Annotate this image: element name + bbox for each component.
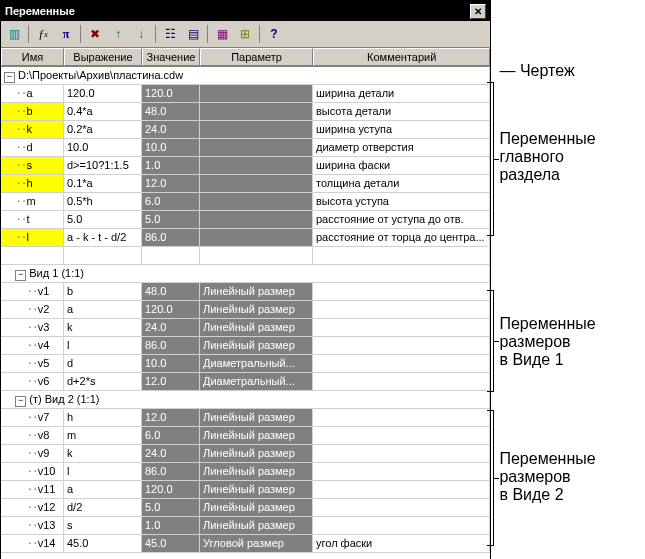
variable-row[interactable]: ·· d10.010.0диаметр отверстия [1,139,490,157]
grid-icon[interactable]: ▦ [212,24,232,44]
expand-icon[interactable]: ⊞ [235,24,255,44]
variable-row[interactable]: ·· v13s1.0Линейный размер [1,517,490,535]
name-cell[interactable]: ·· v5 [1,355,64,372]
variable-row[interactable]: ·· a120.0120.0ширина детали [1,85,490,103]
header-com[interactable]: Комментарий [313,48,490,66]
name-cell[interactable]: ·· t [1,211,64,228]
anno-v1: Переменныеразмеровв Виде 1 [499,315,595,369]
anno-v2: Переменныеразмеровв Виде 2 [499,450,595,504]
group-label[interactable]: −D:\Проекты\Архив\пластина.cdw [1,67,490,84]
titlebar: Переменные ✕ [1,1,490,21]
variable-row[interactable]: ·· v12d/25.0Линейный размер [1,499,490,517]
group-label[interactable]: −Вид 1 (1:1) [1,265,490,282]
delete-icon[interactable]: ✖ [85,24,105,44]
close-button[interactable]: ✕ [470,4,486,19]
name-cell[interactable]: ·· k [1,121,64,138]
grid-body: −D:\Проекты\Архив\пластина.cdw ·· a120.0… [1,67,490,559]
name-cell[interactable]: ·· v7 [1,409,64,426]
name-cell[interactable]: ·· m [1,193,64,210]
group-row[interactable]: −(т) Вид 2 (1:1) [1,391,490,409]
name-cell[interactable]: ·· v1 [1,283,64,300]
variable-row[interactable]: ·· v5d10.0Диаметральный... [1,355,490,373]
name-cell[interactable]: ·· v2 [1,301,64,318]
name-cell[interactable]: ·· v14 [1,535,64,552]
down-icon[interactable]: ↓ [131,24,151,44]
table-icon[interactable]: ▤ [183,24,203,44]
fx-icon[interactable]: ƒx [33,24,53,44]
group-row[interactable]: −D:\Проекты\Архив\пластина.cdw [1,67,490,85]
column-icon[interactable]: ▥ [4,24,24,44]
collapse-icon[interactable]: − [15,396,26,407]
toolbar: ▥ ƒx π ✖ ↑ ↓ ☷ ▤ ▦ ⊞ ? [1,21,490,48]
anno-main: Переменныеглавногораздела [499,130,595,184]
window-title: Переменные [5,5,75,17]
column-headers: Имя Выражение Значение Параметр Коммента… [1,48,490,67]
variable-row[interactable]: ·· v4l86.0Линейный размер [1,337,490,355]
anno-drawing: — Чертеж [499,62,574,80]
name-cell[interactable]: ·· v13 [1,517,64,534]
name-cell[interactable]: ·· d [1,139,64,156]
name-cell[interactable]: ·· v10 [1,463,64,480]
name-cell[interactable]: ·· v4 [1,337,64,354]
variable-row[interactable]: ·· v11a120.0Линейный размер [1,481,490,499]
collapse-icon[interactable]: − [15,270,26,281]
variable-row[interactable]: ·· la - k - t - d/286.0расстояние от тор… [1,229,490,247]
tree-icon[interactable]: ☷ [160,24,180,44]
variable-row[interactable]: ·· v9k24.0Линейный размер [1,445,490,463]
variable-row[interactable] [1,247,490,265]
up-icon[interactable]: ↑ [108,24,128,44]
help-icon[interactable]: ? [264,24,284,44]
variable-row[interactable]: ·· sd>=10?1:1.51.0ширина фаски [1,157,490,175]
name-cell[interactable]: ·· v12 [1,499,64,516]
variable-row[interactable]: ·· v3k24.0Линейный размер [1,319,490,337]
name-cell[interactable]: ·· a [1,85,64,102]
name-cell[interactable]: ·· v8 [1,427,64,444]
group-row[interactable]: −Вид 1 (1:1) [1,265,490,283]
name-cell[interactable]: ·· v6 [1,373,64,390]
header-name[interactable]: Имя [1,48,64,66]
collapse-icon[interactable]: − [4,72,15,83]
pi-icon[interactable]: π [56,24,76,44]
name-cell[interactable]: ·· v11 [1,481,64,498]
variables-window: Переменные ✕ ▥ ƒx π ✖ ↑ ↓ ☷ ▤ ▦ ⊞ ? Имя … [0,0,491,559]
name-cell[interactable]: ·· h [1,175,64,192]
variable-row[interactable]: ·· v7h12.0Линейный размер [1,409,490,427]
variable-row[interactable]: ·· v1445.045.0Угловой размеругол фаски [1,535,490,553]
variable-row[interactable]: ·· v10l86.0Линейный размер [1,463,490,481]
annotations: — Чертеж Переменныеглавногораздела Перем… [491,0,645,559]
header-val[interactable]: Значение [142,48,200,66]
variable-row[interactable]: ·· v2a120.0Линейный размер [1,301,490,319]
variable-row[interactable]: ·· h0.1*a12.0толщина детали [1,175,490,193]
variable-row[interactable]: ·· m0.5*h6.0высота уступа [1,193,490,211]
header-expr[interactable]: Выражение [64,48,142,66]
name-cell[interactable]: ·· l [1,229,64,246]
variable-row[interactable]: ·· v6d+2*s12.0Диаметральный... [1,373,490,391]
variable-row[interactable]: ·· v8m6.0Линейный размер [1,427,490,445]
variable-row[interactable]: ·· b0.4*a48.0высота детали [1,103,490,121]
variable-row[interactable]: ·· v1b48.0Линейный размер [1,283,490,301]
group-label[interactable]: −(т) Вид 2 (1:1) [1,391,490,408]
name-cell[interactable]: ·· v9 [1,445,64,462]
name-cell[interactable]: ·· s [1,157,64,174]
header-par[interactable]: Параметр [200,48,313,66]
variable-row[interactable]: ·· k0.2*a24.0ширина уступа [1,121,490,139]
variable-row[interactable]: ·· t5.05.0расстояние от уступа до отв. [1,211,490,229]
name-cell[interactable]: ·· b [1,103,64,120]
name-cell[interactable]: ·· v3 [1,319,64,336]
